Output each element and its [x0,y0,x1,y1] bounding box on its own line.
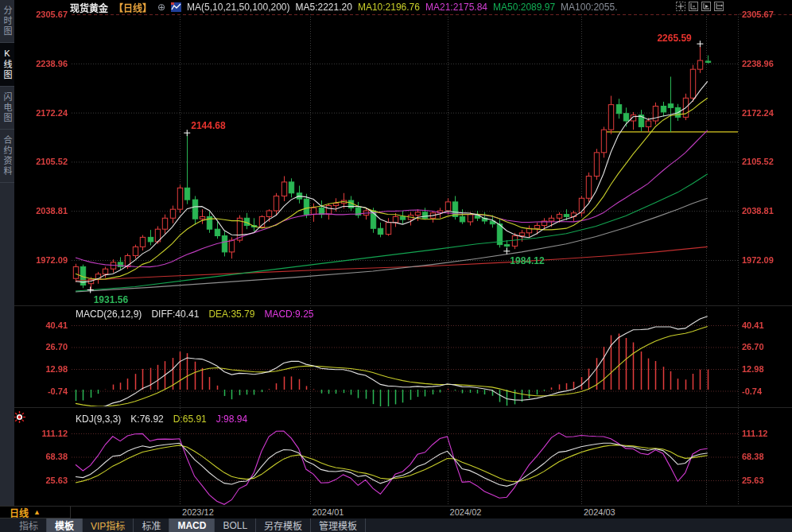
macd-name[interactable]: MACD(26,12,9) [76,309,142,320]
tab-standard[interactable]: 标准 [134,518,169,532]
tab-templates[interactable]: 模板 [47,518,83,532]
macd-axis-label: 26.70 [742,342,764,351]
date-label: 2024/03 [584,507,615,517]
price-axis-label: 2238.96 [742,59,774,68]
price-annotation: 2144.68 [191,120,225,131]
ma10-value: MA10:2196.76 [358,2,420,13]
macd-axis-label: 12.98 [742,364,764,374]
sidebar-tab-kline[interactable]: K线图 [0,43,14,87]
ma100-value: MA100:2055. [561,2,617,13]
ma50-value: MA50:2089.97 [493,2,555,13]
sidebar-tab-contract-info[interactable]: 合约资料 [0,130,14,183]
macd-panel-header: MACD(26,12,9) DIFF:40.41 DEA:35.79 MACD:… [76,309,313,320]
pane-axes-icon[interactable] [689,2,698,11]
time-axis: 日线 ▲ [0,506,792,519]
price-axis-label: 1972.09 [24,255,68,265]
ma5-value: MA5:2221.20 [296,2,352,13]
mini-chart-icon[interactable] [171,2,181,12]
price-axis-label: 2038.81 [742,206,774,216]
macd-macd-value: MACD:9.25 [264,309,313,320]
price-axis-label: 2305.67 [24,10,68,19]
tab-boll[interactable]: BOLL [215,518,256,532]
macd-diff-value: DIFF:40.41 [151,309,199,320]
kdj-panel-header: KDJ(9,3,3) K:76.92 D:65.91 J:98.94 [76,414,247,425]
crosshair-icon[interactable] [676,2,685,11]
period-arrow-icon: ▲ [33,508,41,516]
price-axis-label: 2172.24 [742,108,774,118]
macd-axis-label: -0.74 [742,386,762,396]
period-tag[interactable]: 【日线】 [114,1,152,14]
macd-dea-value: DEA:35.79 [208,309,254,320]
header-toolbar [676,2,724,11]
macd-axis-label: 40.41 [742,320,764,330]
kdj-d-value: D:65.91 [173,414,207,425]
trading-app: 现货黄金 【日线】 ⊕ MA(5,10,21,50,100,200) MA5:2… [0,0,792,532]
kdj-axis-label: 111.12 [24,429,68,438]
price-axis-label: 2105.52 [742,157,774,166]
kdj-axis-label: 25.63 [24,476,68,485]
kdj-axis-label: 111.12 [742,429,767,438]
kdj-j-value: J:98.94 [216,414,247,425]
chart-type-sidebar: 分时图 K线图 闪电图 合约资料 [0,0,14,506]
kdj-axis-label: 68.38 [742,452,764,461]
pane-axes-play-icon[interactable] [701,2,711,11]
kdj-axis-label: 25.63 [742,476,764,485]
period-selector[interactable]: 日线 ▲ [0,507,71,518]
price-axis-label: 1972.09 [742,255,774,265]
sidebar-tab-flash[interactable]: 闪电图 [0,87,14,130]
tab-save-template[interactable]: 另存模板 [256,518,311,532]
tab-indicators[interactable]: 指标 [11,518,47,532]
period-label: 日线 [10,506,29,519]
pane-axes-export-icon[interactable] [714,2,724,11]
ma21-value: MA21:2175.84 [425,2,487,13]
price-axis-label: 2038.81 [24,206,68,216]
date-label: 2023/12 [182,507,214,517]
alert-burst-icon[interactable] [14,411,25,423]
tab-macd[interactable]: MACD [169,518,215,532]
ma-params: MA(5,10,21,50,100,200) [187,2,289,13]
price-axis-label: 2105.52 [24,157,68,166]
price-axis-label: 2172.24 [24,108,68,118]
macd-axis-label: 26.70 [24,342,68,351]
price-annotation: 2265.59 [657,33,691,44]
macd-axis-label: -0.74 [24,386,68,396]
price-annotation: 1931.56 [94,294,128,305]
macd-axis-label: 12.98 [24,364,68,374]
indicator-tabbar: 指标 模板 VIP指标 标准 MACD BOLL 另存模板 管理模板 [0,518,792,532]
date-label: 2024/01 [313,507,344,517]
sidebar-tab-timeshare[interactable]: 分时图 [0,0,14,43]
expand-icon[interactable]: ⊕ [157,2,165,13]
kdj-axis-label: 68.38 [24,452,68,461]
tab-manage-templates[interactable]: 管理模板 [311,518,366,532]
macd-axis-label: 40.41 [24,320,68,330]
price-axis-label: 2238.96 [24,59,68,68]
chart-canvas[interactable] [0,0,792,532]
kdj-name[interactable]: KDJ(9,3,3) [76,414,121,425]
price-annotation: 1984.12 [510,255,544,266]
kdj-k-value: K:76.92 [130,414,163,425]
tab-vip-indicators[interactable]: VIP指标 [83,518,134,532]
symbol-title: 现货黄金 [70,1,108,14]
date-label: 2024/02 [450,507,482,517]
